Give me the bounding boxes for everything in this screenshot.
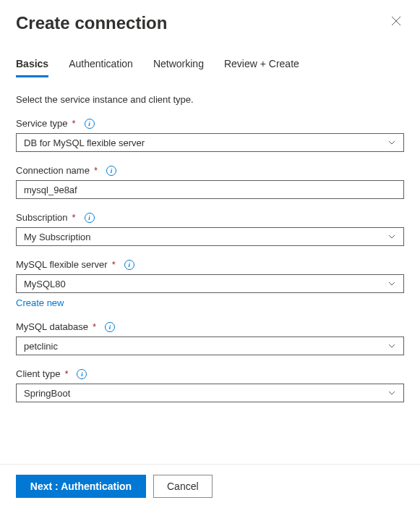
service-type-select[interactable]: DB for MySQL flexible server <box>16 133 404 152</box>
footer: Next : Authentication Cancel <box>0 464 420 508</box>
required-indicator: * <box>93 321 96 332</box>
mysql-server-label: MySQL flexible server <box>16 259 108 270</box>
service-type-value: DB for MySQL flexible server <box>24 137 145 148</box>
chevron-down-icon <box>387 342 396 350</box>
cancel-button[interactable]: Cancel <box>153 475 213 498</box>
info-icon[interactable]: i <box>106 166 116 176</box>
required-indicator: * <box>94 165 98 176</box>
required-indicator: * <box>72 118 76 129</box>
tab-authentication[interactable]: Authentication <box>69 54 133 77</box>
mysql-database-value: petclinic <box>24 341 58 352</box>
subscription-value: My Subscription <box>24 232 90 242</box>
instruction-text: Select the service instance and client t… <box>16 94 404 105</box>
create-new-link[interactable]: Create new <box>16 297 64 308</box>
client-type-value: SpringBoot <box>24 388 70 399</box>
connection-name-value: mysql_9e8af <box>24 185 77 195</box>
required-indicator: * <box>72 212 76 223</box>
page-title: Create connection <box>16 13 167 33</box>
info-icon[interactable]: i <box>85 119 95 129</box>
chevron-down-icon <box>387 138 396 147</box>
required-indicator: * <box>112 259 116 270</box>
mysql-database-label: MySQL database <box>16 321 88 332</box>
mysql-database-select[interactable]: petclinic <box>16 336 404 355</box>
service-type-label: Service type <box>16 118 68 129</box>
connection-name-label: Connection name <box>16 165 90 176</box>
subscription-label: Subscription <box>16 212 68 223</box>
tabs: Basics Authentication Networking Review … <box>16 54 404 78</box>
client-type-select[interactable]: SpringBoot <box>16 384 404 402</box>
chevron-down-icon <box>387 279 396 288</box>
info-icon[interactable]: i <box>77 369 87 379</box>
next-button[interactable]: Next : Authentication <box>16 475 146 498</box>
connection-name-input[interactable]: mysql_9e8af <box>16 180 404 199</box>
close-icon[interactable] <box>388 13 404 31</box>
info-icon[interactable]: i <box>85 213 95 223</box>
subscription-select[interactable]: My Subscription <box>16 227 404 246</box>
info-icon[interactable]: i <box>105 322 115 332</box>
info-icon[interactable]: i <box>124 260 134 270</box>
required-indicator: * <box>64 368 68 379</box>
tab-basics[interactable]: Basics <box>16 54 48 77</box>
chevron-down-icon <box>387 232 396 241</box>
mysql-server-value: MySQL80 <box>24 279 66 289</box>
tab-review-create[interactable]: Review + Create <box>224 54 299 77</box>
mysql-server-select[interactable]: MySQL80 <box>16 274 404 293</box>
tab-networking[interactable]: Networking <box>153 54 204 77</box>
client-type-label: Client type <box>16 368 60 379</box>
chevron-down-icon <box>387 389 396 397</box>
